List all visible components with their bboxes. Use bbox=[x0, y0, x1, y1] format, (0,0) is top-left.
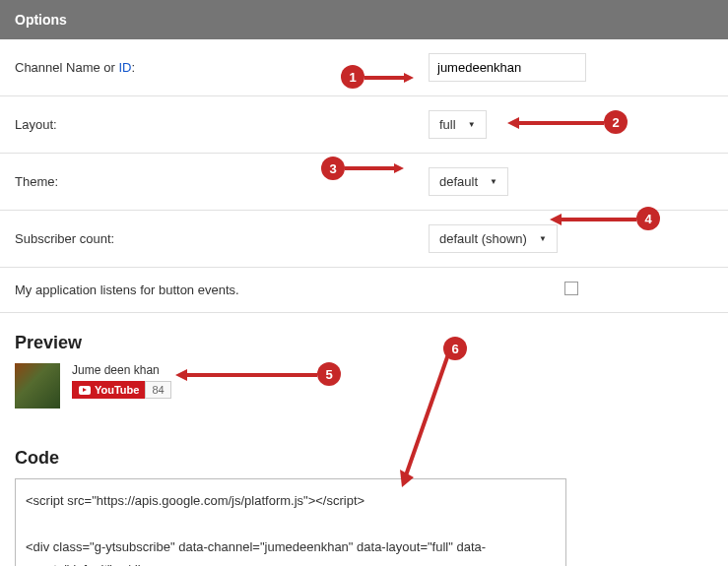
theme-select-cell: default ▼ bbox=[414, 154, 728, 211]
row-theme: Theme: default ▼ bbox=[0, 154, 728, 211]
youtube-play-icon bbox=[79, 386, 91, 395]
channel-label: Channel Name or ID: bbox=[0, 39, 414, 96]
row-channel: Channel Name or ID: bbox=[0, 39, 728, 96]
youtube-button-text: YouTube bbox=[95, 384, 139, 396]
theme-select[interactable]: default ▼ bbox=[429, 167, 508, 196]
code-title: Code bbox=[0, 428, 728, 478]
caret-icon: ▼ bbox=[468, 120, 476, 129]
channel-name-input[interactable] bbox=[429, 53, 586, 82]
options-header: Options bbox=[0, 0, 728, 39]
theme-label: Theme: bbox=[0, 154, 414, 211]
subscriber-select[interactable]: default (shown) ▼ bbox=[429, 224, 558, 253]
youtube-subscribe-button[interactable]: YouTube 84 bbox=[72, 381, 171, 399]
listens-checkbox[interactable] bbox=[564, 282, 578, 295]
caret-icon: ▼ bbox=[539, 234, 547, 243]
channel-label-prefix: Channel Name or bbox=[15, 60, 119, 75]
layout-value: full bbox=[439, 117, 456, 132]
code-line-2: <div class="g-ytsubscribe" data-channel=… bbox=[26, 535, 556, 566]
options-table: Channel Name or ID: Layout: full ▼ Theme… bbox=[0, 39, 728, 313]
subscriber-label: Subscriber count: bbox=[0, 211, 414, 268]
code-line-1: <script src="https://apis.google.com/js/… bbox=[26, 489, 556, 512]
code-textarea[interactable]: <script src="https://apis.google.com/js/… bbox=[15, 478, 566, 566]
row-subscriber: Subscriber count: default (shown) ▼ bbox=[0, 211, 728, 268]
listens-checkbox-cell bbox=[414, 268, 728, 313]
channel-input-cell bbox=[414, 39, 728, 96]
channel-id-link[interactable]: ID bbox=[119, 60, 132, 75]
preview-channel-name: Jume deen khan bbox=[72, 363, 171, 377]
layout-label: Layout: bbox=[0, 96, 414, 154]
layout-select[interactable]: full ▼ bbox=[429, 110, 487, 139]
caret-icon: ▼ bbox=[490, 177, 497, 186]
channel-avatar bbox=[15, 363, 60, 409]
channel-label-suffix: : bbox=[132, 60, 136, 75]
preview-title: Preview bbox=[0, 313, 728, 363]
row-listens: My application listens for button events… bbox=[0, 268, 728, 313]
row-layout: Layout: full ▼ bbox=[0, 96, 728, 154]
layout-select-cell: full ▼ bbox=[414, 96, 728, 154]
subscriber-select-cell: default (shown) ▼ bbox=[414, 211, 728, 268]
theme-value: default bbox=[439, 174, 478, 189]
preview-area: Jume deen khan YouTube 84 bbox=[0, 363, 728, 428]
listens-label: My application listens for button events… bbox=[0, 268, 414, 313]
subscriber-value: default (shown) bbox=[439, 231, 527, 246]
subscriber-count-badge: 84 bbox=[145, 381, 170, 399]
